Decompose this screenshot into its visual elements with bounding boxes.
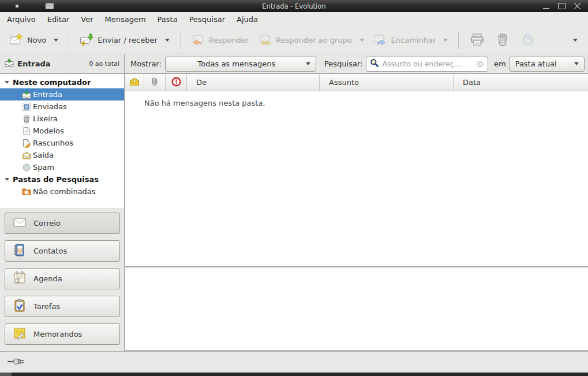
menu-item-ver[interactable]: Ver <box>75 13 99 25</box>
component-switcher: Correio @ Contatos 3 <box>0 208 125 351</box>
junk-button[interactable] <box>515 28 541 52</box>
menu-item-mensagem[interactable]: Mensagem <box>99 13 152 25</box>
folder-item-nao-combinadas[interactable]: Não combinadas <box>0 185 124 198</box>
search-scope-dropdown[interactable]: Pasta atual <box>510 57 585 72</box>
search-folder-icon <box>22 187 31 196</box>
inbox-icon <box>22 90 31 99</box>
junk-icon <box>520 32 535 49</box>
menu-item-pesquisar[interactable]: Pesquisar <box>183 13 231 25</box>
folder-total-count: 0 ao total <box>89 60 119 68</box>
drafts-icon <box>22 139 31 148</box>
menu-item-pasta[interactable]: Pasta <box>152 13 183 25</box>
reply-group-button[interactable]: Responder ao grupo <box>253 29 369 51</box>
window-bottom-edge <box>0 373 588 376</box>
menu-item-editar[interactable]: Editar <box>42 13 76 25</box>
print-button[interactable] <box>465 28 490 52</box>
switcher-agenda-button[interactable]: 3 Agenda <box>5 268 120 289</box>
search-scope-value: Pasta atual <box>515 59 571 68</box>
priority-icon <box>171 77 181 88</box>
mail-icon <box>13 217 27 230</box>
column-data[interactable]: Data <box>454 74 588 91</box>
switcher-label: Correio <box>33 219 61 228</box>
switcher-label: Tarefas <box>33 302 60 311</box>
column-de[interactable]: De <box>187 74 320 91</box>
folder-label: Saída <box>33 151 54 159</box>
search-icon <box>370 58 379 69</box>
toolbar-separator <box>69 32 69 49</box>
current-folder-name: Entrada <box>17 59 51 68</box>
chevron-down-icon[interactable] <box>165 39 170 42</box>
forward-icon <box>373 32 387 48</box>
column-assunto[interactable]: Assunto <box>320 74 454 91</box>
status-bar <box>0 351 588 373</box>
folder-item-lixeira[interactable]: Lixeira <box>0 113 124 125</box>
title-bar: Entrada - Evolution <box>0 0 588 12</box>
maximize-button[interactable] <box>558 3 565 9</box>
send-receive-button[interactable]: Enviar / receber <box>75 29 174 51</box>
show-filter-dropdown[interactable]: Todas as mensagens <box>165 57 316 72</box>
folder-label: Lixeira <box>33 114 58 123</box>
in-label: em <box>494 59 506 68</box>
templates-icon <box>22 126 31 136</box>
toolbar-separator <box>458 32 459 49</box>
reply-group-icon <box>258 32 272 48</box>
minimize-button[interactable] <box>542 3 550 9</box>
tree-group-label: Pastas de Pesquisas <box>13 175 99 184</box>
contacts-icon: @ <box>13 243 27 259</box>
switcher-label: Agenda <box>33 274 62 283</box>
column-message-status[interactable] <box>125 74 144 91</box>
forward-button[interactable]: Encaminhar <box>369 29 453 51</box>
show-label: Mostrar: <box>130 59 162 68</box>
show-filter-value: Todas as mensagens <box>171 59 302 68</box>
folder-label: Enviadas <box>33 102 67 111</box>
chevron-down-icon[interactable] <box>359 39 364 42</box>
attachment-icon <box>150 77 159 88</box>
clear-input-icon[interactable] <box>476 60 484 68</box>
column-priority[interactable] <box>166 74 187 91</box>
tree-group-pastas-de-pesquisas[interactable]: Pastas de Pesquisas <box>0 173 124 185</box>
switcher-correio-button[interactable]: Correio <box>5 213 120 234</box>
menu-item-arquivo[interactable]: Arquivo <box>1 13 42 25</box>
message-list-pane: De Assunto Data Não há mensagens nesta p… <box>125 74 588 351</box>
switcher-contatos-button[interactable]: @ Contatos <box>5 240 120 262</box>
search-input[interactable] <box>382 59 473 68</box>
resize-grip[interactable] <box>0 373 12 376</box>
chevron-down-icon[interactable] <box>443 39 448 42</box>
toolbar-overflow-button[interactable] <box>564 35 583 45</box>
expander-triangle-icon[interactable] <box>5 178 9 181</box>
new-button[interactable]: Novo <box>5 29 63 51</box>
delete-button[interactable] <box>490 28 515 52</box>
chevron-down-icon <box>573 39 578 42</box>
folder-item-modelos[interactable]: Modelos <box>0 125 124 137</box>
column-label: Data <box>463 78 481 87</box>
close-button[interactable] <box>574 3 581 9</box>
column-attachment[interactable] <box>144 74 166 91</box>
switcher-label: Memorandos <box>33 330 82 338</box>
folder-item-rascunhos[interactable]: Rascunhos <box>0 137 124 149</box>
menu-item-ajuda[interactable]: Ajuda <box>231 13 264 25</box>
search-label: Pesquisar: <box>324 59 363 68</box>
folder-item-entrada[interactable]: Entrada <box>0 88 124 100</box>
reply-button[interactable]: Responder <box>186 29 253 51</box>
folder-tree: Neste computador Entrada Enviadas <box>0 74 125 208</box>
new-mail-icon <box>9 32 23 48</box>
chevron-down-icon[interactable] <box>54 39 58 42</box>
switcher-memorandos-button[interactable]: Memorandos <box>5 323 120 345</box>
tree-group-label: Neste computador <box>13 78 91 87</box>
switcher-tarefas-button[interactable]: Tarefas <box>5 296 120 317</box>
folder-item-enviadas[interactable]: Enviadas <box>0 100 124 113</box>
column-label: Assunto <box>329 78 359 87</box>
search-box[interactable] <box>366 57 488 72</box>
send-receive-icon <box>80 32 93 48</box>
folder-item-spam[interactable]: Spam <box>0 161 124 173</box>
expander-triangle-icon[interactable] <box>5 81 9 84</box>
reply-icon <box>191 32 205 48</box>
chevron-down-icon <box>574 62 579 65</box>
folder-item-saida[interactable]: Saída <box>0 149 124 161</box>
empty-folder-message: Não há mensagens nesta pasta. <box>144 99 265 107</box>
tree-group-neste-computador[interactable]: Neste computador <box>0 76 124 88</box>
folder-label: Não combinadas <box>33 187 96 196</box>
online-plug-icon[interactable] <box>7 357 27 368</box>
message-status-icon <box>129 77 140 88</box>
switcher-label: Contatos <box>33 247 67 255</box>
